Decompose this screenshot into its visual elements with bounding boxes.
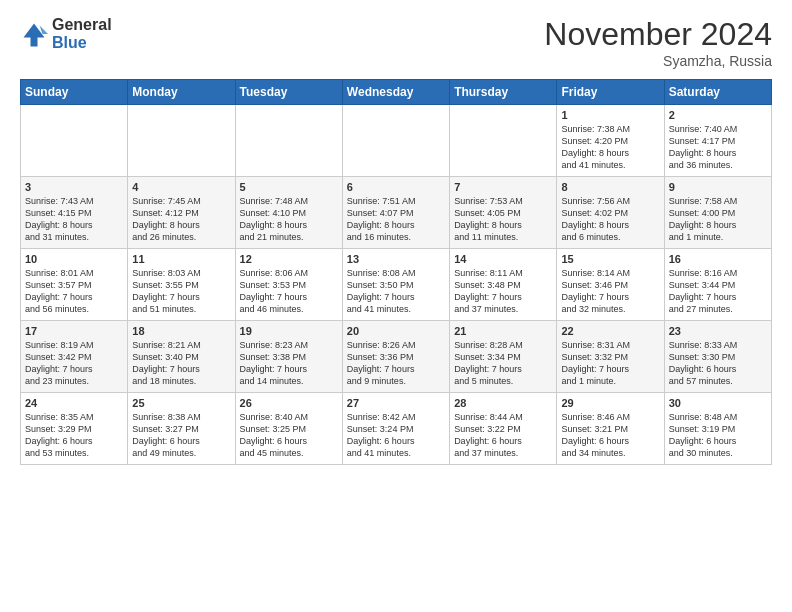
day-info: Sunrise: 8:21 AM Sunset: 3:40 PM Dayligh… xyxy=(132,339,230,388)
logo-text: General Blue xyxy=(52,16,112,51)
table-row: 7Sunrise: 7:53 AM Sunset: 4:05 PM Daylig… xyxy=(450,177,557,249)
day-info: Sunrise: 8:44 AM Sunset: 3:22 PM Dayligh… xyxy=(454,411,552,460)
table-row: 22Sunrise: 8:31 AM Sunset: 3:32 PM Dayli… xyxy=(557,321,664,393)
day-info: Sunrise: 8:06 AM Sunset: 3:53 PM Dayligh… xyxy=(240,267,338,316)
table-row: 5Sunrise: 7:48 AM Sunset: 4:10 PM Daylig… xyxy=(235,177,342,249)
header-sunday: Sunday xyxy=(21,80,128,105)
table-row xyxy=(450,105,557,177)
table-row: 8Sunrise: 7:56 AM Sunset: 4:02 PM Daylig… xyxy=(557,177,664,249)
day-info: Sunrise: 8:08 AM Sunset: 3:50 PM Dayligh… xyxy=(347,267,445,316)
day-info: Sunrise: 7:45 AM Sunset: 4:12 PM Dayligh… xyxy=(132,195,230,244)
table-row: 29Sunrise: 8:46 AM Sunset: 3:21 PM Dayli… xyxy=(557,393,664,465)
location: Syamzha, Russia xyxy=(544,53,772,69)
day-number: 15 xyxy=(561,253,659,265)
month-title: November 2024 xyxy=(544,16,772,53)
day-info: Sunrise: 8:42 AM Sunset: 3:24 PM Dayligh… xyxy=(347,411,445,460)
table-row: 1Sunrise: 7:38 AM Sunset: 4:20 PM Daylig… xyxy=(557,105,664,177)
day-number: 28 xyxy=(454,397,552,409)
day-info: Sunrise: 7:40 AM Sunset: 4:17 PM Dayligh… xyxy=(669,123,767,172)
day-info: Sunrise: 7:48 AM Sunset: 4:10 PM Dayligh… xyxy=(240,195,338,244)
table-row: 3Sunrise: 7:43 AM Sunset: 4:15 PM Daylig… xyxy=(21,177,128,249)
header-saturday: Saturday xyxy=(664,80,771,105)
day-number: 7 xyxy=(454,181,552,193)
table-row: 2Sunrise: 7:40 AM Sunset: 4:17 PM Daylig… xyxy=(664,105,771,177)
day-number: 21 xyxy=(454,325,552,337)
day-number: 12 xyxy=(240,253,338,265)
day-info: Sunrise: 7:38 AM Sunset: 4:20 PM Dayligh… xyxy=(561,123,659,172)
day-number: 18 xyxy=(132,325,230,337)
table-row: 20Sunrise: 8:26 AM Sunset: 3:36 PM Dayli… xyxy=(342,321,449,393)
table-row: 13Sunrise: 8:08 AM Sunset: 3:50 PM Dayli… xyxy=(342,249,449,321)
day-info: Sunrise: 8:11 AM Sunset: 3:48 PM Dayligh… xyxy=(454,267,552,316)
table-row: 28Sunrise: 8:44 AM Sunset: 3:22 PM Dayli… xyxy=(450,393,557,465)
page: General Blue November 2024 Syamzha, Russ… xyxy=(0,0,792,612)
day-info: Sunrise: 8:01 AM Sunset: 3:57 PM Dayligh… xyxy=(25,267,123,316)
header-monday: Monday xyxy=(128,80,235,105)
header-thursday: Thursday xyxy=(450,80,557,105)
day-number: 23 xyxy=(669,325,767,337)
day-info: Sunrise: 8:31 AM Sunset: 3:32 PM Dayligh… xyxy=(561,339,659,388)
day-info: Sunrise: 8:33 AM Sunset: 3:30 PM Dayligh… xyxy=(669,339,767,388)
logo-icon xyxy=(20,20,48,48)
calendar-header-row: Sunday Monday Tuesday Wednesday Thursday… xyxy=(21,80,772,105)
calendar-week-row: 24Sunrise: 8:35 AM Sunset: 3:29 PM Dayli… xyxy=(21,393,772,465)
table-row: 12Sunrise: 8:06 AM Sunset: 3:53 PM Dayli… xyxy=(235,249,342,321)
header-wednesday: Wednesday xyxy=(342,80,449,105)
day-info: Sunrise: 7:56 AM Sunset: 4:02 PM Dayligh… xyxy=(561,195,659,244)
day-number: 16 xyxy=(669,253,767,265)
day-number: 29 xyxy=(561,397,659,409)
day-info: Sunrise: 7:58 AM Sunset: 4:00 PM Dayligh… xyxy=(669,195,767,244)
day-number: 19 xyxy=(240,325,338,337)
day-number: 11 xyxy=(132,253,230,265)
day-info: Sunrise: 8:14 AM Sunset: 3:46 PM Dayligh… xyxy=(561,267,659,316)
day-info: Sunrise: 8:28 AM Sunset: 3:34 PM Dayligh… xyxy=(454,339,552,388)
svg-marker-0 xyxy=(24,23,45,46)
day-number: 25 xyxy=(132,397,230,409)
table-row: 19Sunrise: 8:23 AM Sunset: 3:38 PM Dayli… xyxy=(235,321,342,393)
header: General Blue November 2024 Syamzha, Russ… xyxy=(20,16,772,69)
table-row: 15Sunrise: 8:14 AM Sunset: 3:46 PM Dayli… xyxy=(557,249,664,321)
table-row xyxy=(21,105,128,177)
logo-general-text: General xyxy=(52,16,112,34)
table-row: 24Sunrise: 8:35 AM Sunset: 3:29 PM Dayli… xyxy=(21,393,128,465)
table-row: 27Sunrise: 8:42 AM Sunset: 3:24 PM Dayli… xyxy=(342,393,449,465)
day-number: 14 xyxy=(454,253,552,265)
table-row: 4Sunrise: 7:45 AM Sunset: 4:12 PM Daylig… xyxy=(128,177,235,249)
table-row xyxy=(128,105,235,177)
day-info: Sunrise: 8:48 AM Sunset: 3:19 PM Dayligh… xyxy=(669,411,767,460)
day-info: Sunrise: 8:23 AM Sunset: 3:38 PM Dayligh… xyxy=(240,339,338,388)
day-info: Sunrise: 7:51 AM Sunset: 4:07 PM Dayligh… xyxy=(347,195,445,244)
table-row: 23Sunrise: 8:33 AM Sunset: 3:30 PM Dayli… xyxy=(664,321,771,393)
day-info: Sunrise: 8:35 AM Sunset: 3:29 PM Dayligh… xyxy=(25,411,123,460)
table-row: 14Sunrise: 8:11 AM Sunset: 3:48 PM Dayli… xyxy=(450,249,557,321)
day-info: Sunrise: 8:19 AM Sunset: 3:42 PM Dayligh… xyxy=(25,339,123,388)
day-number: 3 xyxy=(25,181,123,193)
day-number: 2 xyxy=(669,109,767,121)
title-block: November 2024 Syamzha, Russia xyxy=(544,16,772,69)
table-row: 9Sunrise: 7:58 AM Sunset: 4:00 PM Daylig… xyxy=(664,177,771,249)
day-info: Sunrise: 8:40 AM Sunset: 3:25 PM Dayligh… xyxy=(240,411,338,460)
day-info: Sunrise: 7:53 AM Sunset: 4:05 PM Dayligh… xyxy=(454,195,552,244)
day-info: Sunrise: 8:16 AM Sunset: 3:44 PM Dayligh… xyxy=(669,267,767,316)
table-row: 25Sunrise: 8:38 AM Sunset: 3:27 PM Dayli… xyxy=(128,393,235,465)
day-info: Sunrise: 8:03 AM Sunset: 3:55 PM Dayligh… xyxy=(132,267,230,316)
table-row: 26Sunrise: 8:40 AM Sunset: 3:25 PM Dayli… xyxy=(235,393,342,465)
day-number: 17 xyxy=(25,325,123,337)
day-number: 1 xyxy=(561,109,659,121)
table-row xyxy=(342,105,449,177)
day-number: 22 xyxy=(561,325,659,337)
calendar-week-row: 17Sunrise: 8:19 AM Sunset: 3:42 PM Dayli… xyxy=(21,321,772,393)
calendar-table: Sunday Monday Tuesday Wednesday Thursday… xyxy=(20,79,772,465)
table-row: 17Sunrise: 8:19 AM Sunset: 3:42 PM Dayli… xyxy=(21,321,128,393)
table-row xyxy=(235,105,342,177)
logo: General Blue xyxy=(20,16,112,51)
table-row: 10Sunrise: 8:01 AM Sunset: 3:57 PM Dayli… xyxy=(21,249,128,321)
day-number: 24 xyxy=(25,397,123,409)
day-number: 8 xyxy=(561,181,659,193)
day-number: 27 xyxy=(347,397,445,409)
table-row: 21Sunrise: 8:28 AM Sunset: 3:34 PM Dayli… xyxy=(450,321,557,393)
day-number: 5 xyxy=(240,181,338,193)
header-friday: Friday xyxy=(557,80,664,105)
day-info: Sunrise: 8:26 AM Sunset: 3:36 PM Dayligh… xyxy=(347,339,445,388)
day-number: 30 xyxy=(669,397,767,409)
